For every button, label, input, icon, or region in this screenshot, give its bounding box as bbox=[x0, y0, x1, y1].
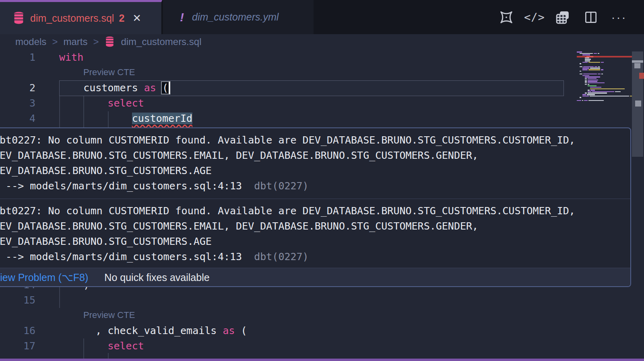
error-text: DEV_DATABASE.BRUNO.STG_CUSTOMERS.EMAIL, … bbox=[0, 220, 478, 232]
minimap-line bbox=[580, 53, 600, 54]
code-line: 16 , check_valid_emails as ( bbox=[0, 323, 567, 338]
line-number: 1 bbox=[0, 50, 35, 65]
modified-count-badge: 2 bbox=[119, 12, 124, 24]
minimap-line bbox=[577, 51, 583, 53]
minimap-segment bbox=[582, 94, 586, 95]
minimap-segment bbox=[601, 74, 603, 75]
minimap-segment bbox=[598, 74, 601, 75]
minimap-segment bbox=[593, 56, 632, 58]
minimap-line bbox=[585, 81, 598, 82]
error-message-line: DEV_DATABASE.BRUNO.STG_CUSTOMERS.AGE bbox=[0, 234, 625, 249]
token: check_valid_emails bbox=[107, 325, 217, 336]
minimap-line bbox=[580, 71, 582, 72]
tab-dim-customers-yml[interactable]: ! dim_customers.yml bbox=[163, 0, 314, 34]
code-text: with bbox=[59, 50, 83, 65]
minimap-segment bbox=[588, 78, 597, 79]
minimap-line bbox=[585, 92, 608, 94]
minimap-error-line bbox=[577, 56, 632, 57]
minimap-segment bbox=[584, 100, 588, 101]
code-line: 4 customerId bbox=[0, 111, 567, 126]
breadcrumb-item-file[interactable]: dim_customers.sql bbox=[121, 36, 201, 47]
no-quick-fixes-text: No quick fixes available bbox=[104, 272, 209, 283]
code-lens-row: Preview CTE bbox=[0, 308, 567, 323]
minimap-line bbox=[585, 60, 591, 62]
minimap-segment bbox=[585, 76, 600, 78]
minimap-segment bbox=[585, 92, 587, 94]
compile-code-icon[interactable]: </> bbox=[526, 8, 543, 26]
minimap-segment bbox=[598, 53, 599, 54]
view-problem-link[interactable]: View Problem (⌥F8) bbox=[0, 272, 88, 283]
line-number: 4 bbox=[0, 111, 35, 126]
minimap-line bbox=[588, 90, 596, 91]
tab-dim-customers-sql[interactable]: dim_customers.sql 2 ✕ bbox=[0, 0, 162, 34]
breadcrumb-item-models[interactable]: models bbox=[15, 36, 46, 47]
minimap-segment bbox=[580, 53, 593, 54]
minimap-segment bbox=[588, 100, 604, 101]
minimap-line bbox=[585, 78, 597, 79]
minimap-line bbox=[580, 63, 582, 64]
minimap-segment bbox=[585, 80, 587, 81]
tab-bar: dim_customers.sql 2 ✕ ! dim_customers.ym… bbox=[0, 0, 644, 34]
bottom-accent-border bbox=[0, 359, 644, 361]
query-results-icon[interactable] bbox=[554, 8, 572, 26]
error-message-line: --> models/marts/dim_customers.sql:4:13 … bbox=[0, 249, 625, 265]
minimap-segment bbox=[588, 84, 589, 85]
minimap-segment bbox=[588, 69, 600, 70]
minimap-segment bbox=[592, 91, 614, 92]
code-line: 15 bbox=[0, 293, 567, 308]
minimap-segment bbox=[582, 54, 590, 55]
minimap-segment bbox=[590, 87, 601, 88]
minimap-line bbox=[582, 94, 596, 95]
minimap-segment bbox=[582, 68, 589, 69]
minimap-segment bbox=[580, 63, 581, 64]
error-code-ref: dbt(0227) bbox=[242, 180, 309, 192]
token bbox=[59, 113, 132, 124]
minimap-segment bbox=[580, 74, 582, 75]
minimap-segment bbox=[588, 80, 598, 81]
error-text: dbt0227: No column CUSTOMERID found. Ava… bbox=[0, 134, 575, 146]
token: with bbox=[59, 51, 83, 63]
minimap-line bbox=[582, 68, 601, 69]
error-message-line: dbt0227: No column CUSTOMERID found. Ava… bbox=[0, 203, 625, 219]
code-line: 17 select bbox=[0, 338, 567, 354]
minimap-segment bbox=[583, 74, 597, 75]
minimap-line bbox=[585, 59, 592, 60]
minimap-segment bbox=[601, 62, 604, 63]
preview-cte-lens[interactable]: Preview CTE bbox=[83, 65, 135, 80]
split-editor-icon[interactable] bbox=[582, 8, 600, 26]
code-line: 3 select bbox=[0, 96, 567, 111]
error-message-line: DEV_DATABASE.BRUNO.STG_CUSTOMERS.EMAIL, … bbox=[0, 219, 625, 234]
token bbox=[59, 340, 107, 352]
overview-error-mark bbox=[639, 73, 644, 79]
tab-filename: dim_customers.yml bbox=[192, 11, 279, 23]
minimap-line bbox=[580, 74, 604, 75]
token bbox=[59, 97, 107, 109]
minimap-line bbox=[588, 91, 621, 92]
dbt-logo-icon[interactable] bbox=[497, 8, 515, 26]
chevron-right-icon: > bbox=[52, 36, 58, 47]
token: , bbox=[95, 325, 107, 336]
minimap-line bbox=[582, 69, 604, 70]
minimap-segment bbox=[582, 62, 588, 63]
token bbox=[138, 82, 144, 94]
minimap-segment bbox=[588, 81, 597, 82]
preview-cte-lens[interactable]: Preview CTE bbox=[83, 308, 135, 322]
more-actions-icon[interactable]: ··· bbox=[610, 8, 628, 26]
hover-footer: View Problem (⌥F8) No quick fixes availa… bbox=[0, 268, 630, 287]
minimap-segment bbox=[585, 60, 590, 62]
breadcrumb-item-marts[interactable]: marts bbox=[63, 36, 87, 47]
warning-icon: ! bbox=[180, 10, 184, 24]
minimap-segment bbox=[585, 82, 587, 84]
minimap-segment bbox=[583, 66, 594, 68]
scrollbar[interactable] bbox=[632, 49, 644, 359]
error-message-block: dbt0227: No column CUSTOMERID found. Ava… bbox=[0, 199, 630, 268]
token: as bbox=[223, 325, 235, 336]
error-text: DEV_DATABASE.BRUNO.STG_CUSTOMERS.AGE bbox=[0, 236, 212, 247]
database-icon bbox=[13, 12, 24, 25]
close-icon[interactable]: ✕ bbox=[132, 12, 141, 25]
error-message-line: DEV_DATABASE.BRUNO.STG_CUSTOMERS.EMAIL, … bbox=[0, 148, 625, 163]
minimap-line bbox=[585, 84, 590, 85]
token: customers bbox=[83, 82, 138, 94]
minimap-line bbox=[585, 80, 599, 81]
code-line: 1with bbox=[0, 50, 567, 65]
